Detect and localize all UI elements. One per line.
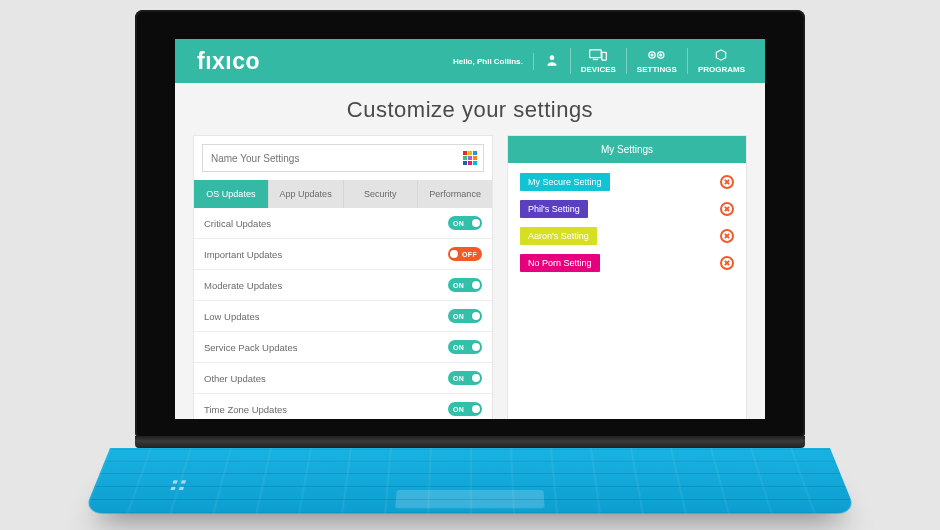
toggle-switch[interactable]: OFF <box>448 247 482 261</box>
toggle-state-label: OFF <box>460 251 482 258</box>
my-settings-panel: My Settings My Secure SettingPhil's Sett… <box>507 135 747 419</box>
toggle-knob <box>472 343 480 351</box>
saved-setting-row: My Secure Setting <box>520 173 734 191</box>
toggle-switch[interactable]: ON <box>448 216 482 230</box>
saved-settings-list: My Secure SettingPhil's SettingAaron's S… <box>508 163 746 282</box>
name-settings-field[interactable] <box>202 144 484 172</box>
setting-label: Other Updates <box>204 373 266 384</box>
tab-performance[interactable]: Performance <box>418 180 492 208</box>
toggle-switch[interactable]: ON <box>448 371 482 385</box>
setting-chip[interactable]: My Secure Setting <box>520 173 610 191</box>
page-body: Customize your settings OS Updates App U… <box>175 83 765 419</box>
setting-row: Moderate UpdatesON <box>194 269 492 300</box>
setting-chip[interactable]: Aaron's Setting <box>520 227 597 245</box>
tablet-hinge <box>135 436 805 448</box>
nav-programs[interactable]: PROGRAMS <box>687 48 755 74</box>
my-settings-header: My Settings <box>508 136 746 163</box>
nav-programs-label: PROGRAMS <box>698 65 745 74</box>
setting-label: Critical Updates <box>204 218 271 229</box>
tab-security[interactable]: Security <box>344 180 419 208</box>
device-mockup: fıxıco Hello, Phil Collins. DEVICES SETT… <box>0 0 940 530</box>
name-settings-input[interactable] <box>211 153 463 164</box>
toggle-knob <box>450 250 458 258</box>
toggle-knob <box>472 219 480 227</box>
app-screen: fıxıco Hello, Phil Collins. DEVICES SETT… <box>175 39 765 419</box>
tablet-bezel: fıxıco Hello, Phil Collins. DEVICES SETT… <box>135 10 805 440</box>
toggle-switch[interactable]: ON <box>448 402 482 416</box>
saved-setting-row: No Porn Setting <box>520 254 734 272</box>
nav-settings-label: SETTINGS <box>637 65 677 74</box>
svg-rect-2 <box>602 52 607 60</box>
toggle-state-label: ON <box>448 406 470 413</box>
nav-devices-label: DEVICES <box>581 65 616 74</box>
nav-devices[interactable]: DEVICES <box>570 48 626 74</box>
toggle-knob <box>472 405 480 413</box>
color-grid-icon[interactable] <box>463 151 477 165</box>
delete-setting-button[interactable] <box>720 256 734 270</box>
setting-row: Critical UpdatesON <box>194 208 492 238</box>
user-avatar-icon[interactable] <box>533 53 570 70</box>
trackpad <box>395 490 545 508</box>
delete-setting-button[interactable] <box>720 175 734 189</box>
delete-setting-button[interactable] <box>720 202 734 216</box>
windows-key-icon <box>165 480 186 493</box>
toggle-switch[interactable]: ON <box>448 278 482 292</box>
setting-row: Service Pack UpdatesON <box>194 331 492 362</box>
nav-settings[interactable]: SETTINGS <box>626 48 687 74</box>
toggle-knob <box>472 374 480 382</box>
toggle-knob <box>472 312 480 320</box>
page-title: Customize your settings <box>193 97 747 123</box>
toggle-state-label: ON <box>448 220 470 227</box>
settings-card: OS Updates App Updates Security Performa… <box>193 135 493 419</box>
greeting-text: Hello, Phil Collins. <box>453 57 533 66</box>
app-header: fıxıco Hello, Phil Collins. DEVICES SETT… <box>175 39 765 83</box>
header-nav: Hello, Phil Collins. DEVICES SETTINGS <box>453 48 755 74</box>
tab-app-updates[interactable]: App Updates <box>269 180 344 208</box>
svg-rect-1 <box>590 50 602 58</box>
brand-logo: fıxıco <box>197 48 260 75</box>
toggle-switch[interactable]: ON <box>448 309 482 323</box>
setting-label: Important Updates <box>204 249 282 260</box>
setting-row: Other UpdatesON <box>194 362 492 393</box>
settings-tabs: OS Updates App Updates Security Performa… <box>194 180 492 208</box>
toggle-state-label: ON <box>448 344 470 351</box>
setting-label: Moderate Updates <box>204 280 282 291</box>
settings-rows: Critical UpdatesONImportant UpdatesOFFMo… <box>194 208 492 419</box>
setting-label: Time Zone Updates <box>204 404 287 415</box>
svg-point-0 <box>549 55 554 60</box>
delete-setting-button[interactable] <box>720 229 734 243</box>
toggle-switch[interactable]: ON <box>448 340 482 354</box>
saved-setting-row: Phil's Setting <box>520 200 734 218</box>
svg-point-6 <box>660 54 662 56</box>
setting-row: Time Zone UpdatesON <box>194 393 492 419</box>
setting-label: Low Updates <box>204 311 259 322</box>
setting-label: Service Pack Updates <box>204 342 297 353</box>
setting-chip[interactable]: Phil's Setting <box>520 200 588 218</box>
toggle-state-label: ON <box>448 313 470 320</box>
setting-row: Important UpdatesOFF <box>194 238 492 269</box>
toggle-state-label: ON <box>448 282 470 289</box>
toggle-knob <box>472 281 480 289</box>
svg-point-4 <box>651 54 653 56</box>
setting-chip[interactable]: No Porn Setting <box>520 254 600 272</box>
saved-setting-row: Aaron's Setting <box>520 227 734 245</box>
toggle-state-label: ON <box>448 375 470 382</box>
keyboard-cover <box>83 448 856 513</box>
setting-row: Low UpdatesON <box>194 300 492 331</box>
tab-os-updates[interactable]: OS Updates <box>194 180 269 208</box>
